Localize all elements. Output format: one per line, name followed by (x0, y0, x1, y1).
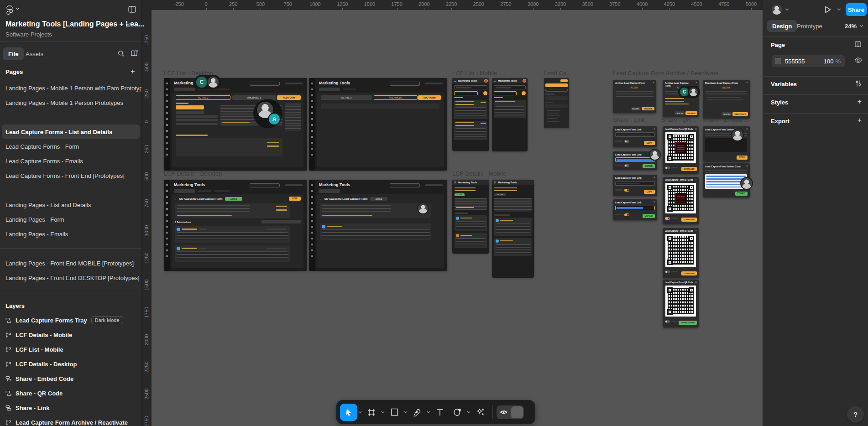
close-icon[interactable]: × (653, 81, 654, 84)
modal-share-link-4[interactable]: Lead Capture Form Link × COPIED (613, 199, 657, 220)
frame-lead-capture-tray[interactable] (544, 78, 569, 128)
close-icon[interactable]: × (746, 127, 748, 130)
figma-logo-icon[interactable] (6, 5, 13, 16)
frame-label-lcf-list-mobile[interactable]: LCF List - Mobile (452, 70, 497, 77)
modal-share-qr-2[interactable]: Lead Capture Form QR Code × DOWNLOAD (663, 177, 699, 224)
search-icon[interactable] (118, 50, 125, 57)
frame-lcf-details-desktop-1[interactable]: Marketing Tools ← My Awesome Lead Captur… (164, 180, 307, 271)
page-section-header[interactable]: Page (771, 42, 785, 48)
frame-label-share-embed[interactable]: Share - Embed ... (702, 116, 749, 123)
frame-label-tray[interactable]: Lead Ca... (544, 70, 571, 77)
pen-tool[interactable] (408, 404, 426, 421)
help-button[interactable]: ? (847, 406, 864, 423)
chevron-down-icon[interactable] (785, 8, 789, 11)
frame-lcf-list-mobile-1[interactable]: ☰ Marketing Tools (452, 78, 489, 151)
layer-item[interactable]: LCF Details - Mobile (0, 327, 141, 342)
present-play-icon[interactable] (824, 5, 831, 14)
chevron-down-icon[interactable] (126, 23, 130, 26)
frame-label-share-qr[interactable]: Share - QR ... (661, 116, 698, 123)
frame-tool[interactable] (363, 404, 380, 421)
layer-item[interactable]: Lead Capture Form Archive / Reactivate (0, 415, 141, 426)
page-item[interactable]: Lead Capture Forms - Form (0, 139, 141, 154)
page-item[interactable]: Lead Capture Forms - Emails (0, 154, 141, 168)
text-tool[interactable] (431, 404, 449, 421)
modal-share-link-1[interactable]: Lead Capture Form Link × COPY (613, 126, 657, 147)
project-name[interactable]: Software Projects (5, 31, 52, 38)
frame-lcf-details-mobile-1[interactable]: ☰ Marketing Tools ACTIVE (452, 180, 489, 254)
eye-visibility-icon[interactable] (854, 57, 862, 63)
tab-prototype[interactable]: Prototype (797, 20, 822, 32)
variables-section-header[interactable]: Variables (771, 81, 797, 88)
layers-header[interactable]: Layers (0, 300, 141, 313)
frame-label-lcf-details-mobile[interactable]: LCF Details - Mobile (452, 170, 506, 177)
current-user-avatar[interactable] (771, 4, 783, 16)
share-button[interactable]: Share (846, 3, 867, 16)
page-item[interactable]: Landing Pages - Emails (0, 227, 141, 241)
modal-share-qr-3[interactable]: Lead Capture Form QR Code × DOWNLOAD (663, 228, 699, 278)
actions-sparkle-tool[interactable] (471, 404, 489, 421)
close-icon[interactable]: × (695, 229, 697, 232)
frame-lcf-details-mobile-2[interactable]: ☰ Marketing Tools ACTIVE (492, 180, 534, 278)
page-item[interactable]: Landing Pages - List and Details (0, 197, 141, 212)
tab-design[interactable]: Design (767, 20, 797, 32)
layer-item[interactable]: Lead Capture Forms Tray Dark Mode (0, 313, 141, 327)
frame-tool-chevron[interactable] (380, 404, 386, 421)
page-item[interactable]: Landing Pages - Mobile 1 Person with Fam… (0, 81, 141, 95)
layer-item[interactable]: Share - QR Code (0, 386, 141, 400)
color-swatch[interactable] (775, 58, 781, 64)
layer-item[interactable]: LCF List - Mobile (0, 342, 141, 357)
close-icon[interactable]: × (654, 200, 655, 203)
tab-assets[interactable]: Assets (20, 47, 49, 60)
dev-mode-toggle[interactable]: </> (497, 405, 524, 419)
layer-item[interactable]: LCF Details - Desktop (0, 357, 141, 371)
modal-reactivate[interactable]: Reactivate Lead Capture Form × ALERT CAN… (703, 80, 750, 119)
close-icon[interactable]: × (654, 176, 655, 179)
page-item[interactable]: Landing Pages - Front End DESKTOP [Proto… (0, 270, 141, 285)
move-tool[interactable] (340, 404, 357, 421)
comment-tool[interactable] (449, 404, 466, 421)
chevron-down-icon[interactable] (837, 8, 841, 11)
close-icon[interactable]: × (695, 281, 697, 284)
frame-lcf-list-mobile-2[interactable]: ☰ Marketing Tools (492, 78, 528, 151)
chevron-down-icon[interactable] (16, 7, 20, 10)
page-library-icon[interactable] (854, 41, 862, 48)
export-section-header[interactable]: Export (771, 118, 790, 125)
modal-archive-1[interactable]: Archive Lead Capture Form × ALERT CANCEL… (613, 80, 656, 113)
frame-label-lcf-details-desktop[interactable]: LCF Details - Desktop (164, 170, 222, 177)
collapse-sidebar-icon[interactable] (128, 6, 136, 13)
frame-label-share-link[interactable]: Share - Link (613, 116, 645, 123)
file-title[interactable]: Marketing Tools [Landing Pages + Lea... (5, 20, 144, 28)
page-item-selected[interactable]: Lead Capture Forms - List and Details (2, 125, 140, 139)
comment-tool-chevron[interactable] (466, 404, 471, 421)
add-export-icon[interactable]: + (858, 116, 862, 125)
modal-share-link-3[interactable]: Lead Capture Form Link × COPY (613, 175, 657, 196)
layer-item[interactable]: Share - Link (0, 400, 141, 415)
close-icon[interactable]: × (695, 127, 697, 130)
add-style-icon[interactable]: + (858, 98, 862, 106)
page-color-row[interactable]: 555555 100 % (772, 55, 845, 67)
shape-tool[interactable] (386, 404, 403, 421)
layer-item[interactable]: Share - Embed Code (0, 371, 141, 386)
page-item[interactable]: Landing Pages - Form (0, 212, 141, 227)
page-item[interactable]: Lead Capture Forms - Front End [Prototyp… (0, 168, 141, 183)
zoom-control[interactable]: 24% (845, 20, 863, 32)
close-icon[interactable]: × (746, 164, 748, 167)
canvas[interactable]: LCF List - Desktop LCF List - Mobile Lea… (141, 0, 763, 426)
close-icon[interactable]: × (695, 178, 697, 181)
close-icon[interactable]: × (746, 81, 748, 84)
pages-header[interactable]: Pages (5, 68, 23, 75)
variables-adjust-icon[interactable] (855, 80, 862, 87)
frame-lcf-list-desktop-1[interactable]: Marketing Tools ACTIVE 2 ARCHIVED 1 ADD … (164, 78, 307, 171)
page-opacity-value[interactable]: 100 (824, 58, 836, 65)
dev-mode-knob[interactable] (511, 406, 523, 418)
modal-share-qr-4[interactable]: Lead Capture Form QR Code × DOWNLOADED (663, 280, 699, 327)
library-book-icon[interactable] (131, 50, 138, 57)
page-color-hex[interactable]: 555555 (785, 58, 805, 65)
page-item[interactable]: Landing Pages - Mobile 1 Person Prototyp… (0, 95, 141, 110)
frame-lcf-details-desktop-2[interactable]: Marketing Tools ← My Awesome Lead Captur… (309, 180, 447, 271)
move-tool-chevron[interactable] (357, 404, 363, 421)
frame-label-archive[interactable]: Lead Capture Form Archive / Reactivate (613, 70, 718, 77)
pen-tool-chevron[interactable] (426, 404, 431, 421)
close-icon[interactable]: × (654, 127, 655, 130)
modal-share-qr-1[interactable]: Lead Capture Form QR Code × DOWNLOAD (663, 126, 699, 174)
